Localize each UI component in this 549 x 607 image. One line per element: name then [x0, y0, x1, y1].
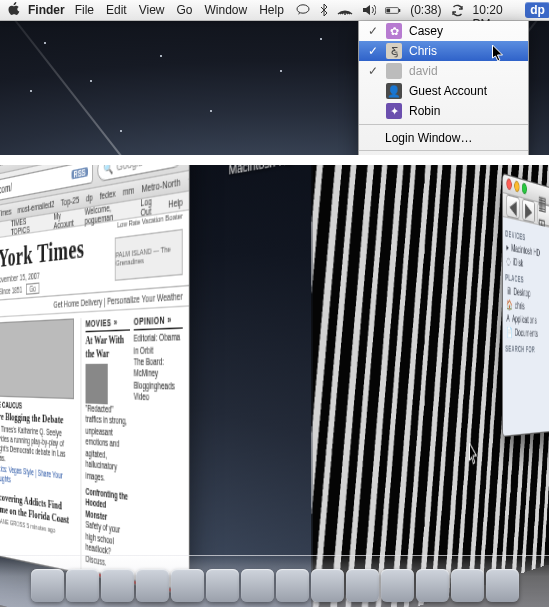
svg-rect-4 [387, 8, 391, 12]
nyt-account-link[interactable]: Help [168, 196, 182, 208]
nyt-link[interactable]: Editorial: Obama in Orbit [134, 332, 183, 357]
menu-view[interactable]: View [139, 3, 165, 17]
airport-menu-icon[interactable] [337, 2, 353, 18]
menu-separator [359, 124, 528, 125]
dock-item[interactable] [241, 569, 274, 602]
nyt-subhead[interactable]: Live Blogging the Debate [0, 410, 74, 427]
avatar-icon: Ƹ̵̡ [386, 43, 402, 59]
user-item-guest[interactable]: 👤 Guest Account [359, 81, 528, 101]
safari-window[interactable]: The New York Times - Breaking News, Worl… [0, 165, 190, 597]
dock-item[interactable] [101, 569, 134, 602]
bookmark-item[interactable]: most-emailed2 [17, 198, 54, 216]
nyt-archive-label: NYT Archive Since 1851 [0, 285, 22, 298]
user-name: Robin [409, 104, 519, 118]
nyt-lead-photo[interactable] [0, 318, 74, 399]
svg-rect-3 [399, 9, 400, 12]
bookmark-item[interactable]: fedex [100, 187, 116, 202]
app-name[interactable]: Finder [28, 3, 65, 17]
nyt-right-rail: MOVIES » At War With the War "Redacted" … [81, 313, 183, 595]
bookmark-item[interactable]: NYTimes [0, 206, 12, 221]
sidebar-header: SEARCH FOR [505, 344, 549, 354]
user-item-david[interactable]: ✓ david [359, 61, 528, 81]
menu-separator [359, 150, 528, 151]
spacer [367, 105, 379, 117]
avatar-icon [386, 63, 402, 79]
avatar-icon: ✿ [386, 23, 402, 39]
figure-divider [0, 155, 549, 165]
nyt-search-go-button[interactable]: Go [26, 282, 40, 294]
menu-file[interactable]: File [75, 3, 94, 17]
nyt-ad-right[interactable]: PALM ISLAND — The Grenadines [115, 229, 183, 281]
finder-window[interactable]: chris ◀ ▶ ▦ ≣ ⊞ ⚙︎▾ 🔍 DEVICES ▸Macintosh… [502, 173, 549, 437]
nyt-subhead[interactable]: At War With the War [86, 334, 131, 363]
sidebar-item[interactable]: 📄Documents [505, 325, 549, 341]
nyt-link[interactable]: The Board: McMiney [134, 356, 183, 380]
nyt-section-header[interactable]: OPINION » [134, 313, 183, 331]
bookmark-item[interactable]: Metro-North [142, 176, 181, 195]
zoom-button[interactable] [522, 183, 527, 195]
dock-item[interactable] [346, 569, 379, 602]
dock-item[interactable] [381, 569, 414, 602]
bookmark-item[interactable]: dp [86, 191, 93, 204]
apple-menu-icon[interactable] [8, 2, 20, 19]
user-name: Guest Account [409, 84, 519, 98]
fast-user-switching-menu[interactable]: dp [525, 2, 549, 18]
ichat-menu-icon[interactable] [296, 2, 310, 18]
bookmark-item[interactable]: mm [123, 184, 134, 198]
bluetooth-menu-icon[interactable] [319, 2, 328, 18]
dock-item[interactable] [486, 569, 519, 602]
back-button[interactable]: ◀ [506, 194, 519, 220]
finder-body: DEVICES ▸Macintosh HD ◌iDisk PLACES 🖥Des… [503, 217, 549, 436]
nyt-thumb [86, 364, 108, 404]
sync-menu-icon[interactable] [451, 2, 464, 18]
battery-menu-icon[interactable] [385, 2, 401, 18]
check-icon: ✓ [367, 45, 379, 57]
menu-edit[interactable]: Edit [106, 3, 127, 17]
cube-transition-panel: Grab File Edit Capture Window Help Thu 1… [0, 165, 549, 607]
login-window-item[interactable]: Login Window… [359, 128, 528, 147]
user-item-casey[interactable]: ✓ ✿ Casey [359, 21, 528, 41]
menubar: Finder File Edit View Go Window Help (0:… [0, 0, 549, 21]
top-panel: Finder File Edit View Go Window Help (0:… [0, 0, 549, 155]
check-icon: ✓ [367, 65, 379, 77]
nyt-section-header[interactable]: MOVIES » [86, 316, 131, 333]
nyt-columns: JOBS REAL ESTATE AUTOS ALL CLASSIFIEDS W… [0, 307, 189, 595]
nyt-page: HOME PAGE MY TIMES TODAY'S PAPER VIDEO M… [0, 192, 189, 596]
battery-time: (0:38) [410, 3, 441, 17]
cube: Grab File Edit Capture Window Help Thu 1… [92, 165, 526, 607]
check-icon: ✓ [367, 25, 379, 37]
dock-item[interactable] [206, 569, 239, 602]
dock-item[interactable] [416, 569, 449, 602]
svg-point-0 [297, 5, 309, 13]
dock-item[interactable] [311, 569, 344, 602]
forward-button[interactable]: ▶ [522, 198, 534, 223]
user-item-chris[interactable]: ✓ Ƹ̵̡ Chris [359, 41, 528, 61]
rss-badge-icon[interactable]: RSS [71, 167, 88, 180]
dock-item[interactable] [276, 569, 309, 602]
user-name: Chris [409, 44, 519, 58]
dock-item[interactable] [451, 569, 484, 602]
volume-menu-icon[interactable] [362, 2, 376, 18]
user-item-robin[interactable]: ✦ Robin [359, 101, 528, 121]
spacer [367, 85, 379, 97]
account-preferences-item[interactable]: Account Preferences… [359, 154, 528, 155]
nyt-main-column: Court Rejects Fuel Standards for Some Tr… [0, 318, 76, 582]
search-icon: 🔍 [103, 165, 113, 175]
dock-item[interactable] [136, 569, 169, 602]
dock-item[interactable] [171, 569, 204, 602]
menu-window[interactable]: Window [205, 3, 248, 17]
nyt-link[interactable]: Bloggingheads Video [134, 380, 183, 405]
url-text: http://www.nytimes.com/ [0, 181, 12, 206]
user-switch-menu: ✓ ✿ Casey ✓ Ƹ̵̡ Chris ✓ david 👤 Guest Ac… [358, 21, 529, 155]
dock-item[interactable] [66, 569, 99, 602]
menu-go[interactable]: Go [177, 3, 193, 17]
close-button[interactable] [506, 178, 511, 191]
search-placeholder: Google [117, 165, 143, 173]
avatar-icon: 👤 [386, 83, 402, 99]
dock [0, 555, 549, 607]
menu-help[interactable]: Help [259, 3, 284, 17]
minimize-button[interactable] [514, 180, 519, 193]
dock-item[interactable] [31, 569, 64, 602]
bookmark-item[interactable]: Top-25 [61, 194, 80, 209]
user-name: Casey [409, 24, 519, 38]
